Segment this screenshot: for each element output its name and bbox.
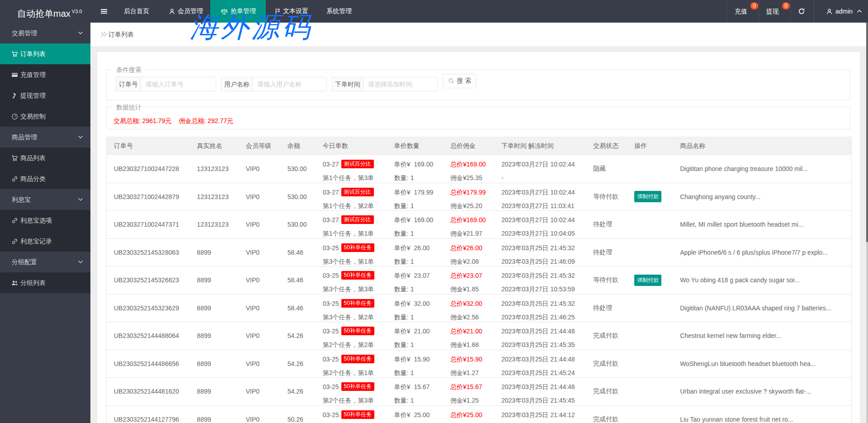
sidebar-section-3[interactable]: 利息宝 [0,189,90,210]
search-button[interactable]: 搜 索 [443,74,476,88]
table-row: UB2303271002442879123123123VIP0530.0003-… [107,183,852,211]
page-scrollbar[interactable] [866,23,868,423]
top-separator [759,0,759,23]
table-row: UB23032521444880648899VIP054.2603-2550补单… [107,322,852,350]
nav-item-label: 后台首页 [124,7,149,15]
cell-order-no: UB2303271002447371 [107,211,190,239]
sidebar-item-交易控制[interactable]: 交易控制 [0,106,90,127]
cell-level: VIP0 [239,266,280,295]
force-pay-button[interactable]: 强制付款 [634,191,661,202]
cell-day-orders: 03-27测试百分比第1个任务，第2单 [316,183,387,211]
recharge-nav[interactable]: 充值0 [735,0,747,23]
cell-total-commission: 总价¥26.00佣金¥2.08 [443,238,494,266]
cell-day-orders: 03-2550补单任务第3个任务，第3单 [316,266,387,295]
cell-day-orders: 03-2550补单任务第2个任务，第3单 [316,378,387,406]
cell-real-name: 8899 [190,405,239,423]
search-field-input[interactable] [253,77,326,91]
cell-action [627,294,673,322]
table-header-row: 订单号真实姓名会员等级余额今日单数单价数量总价佣金下单时间 解冻时间交易状态操作… [107,137,852,155]
cell-day-orders: 03-27测试百分比第1个任务，第3单 [316,155,387,183]
cell-status: 完成付款 [586,322,627,350]
top-separator [814,0,814,23]
sidebar-section-2[interactable]: 商品管理 [0,127,90,147]
cell-balance: 58.46 [280,266,316,295]
cell-product: Liu Tao yunnan stone forest fruit net ro… [673,405,851,423]
table-row: UB23032521453268238899VIP058.4603-2550补单… [107,266,852,295]
column-header: 交易状态 [586,137,627,155]
cell-unit-qty: 单价¥ 23.07数量: 1 [387,266,443,295]
column-header: 会员等级 [239,137,280,155]
nav-item-label: 系统管理 [326,7,352,15]
sidebar-item-商品列表[interactable]: 商品列表 [0,147,90,168]
cell-order-no: UB2303252144486656 [107,350,190,378]
search-field-3: 下单时间 [332,77,438,91]
cell-unit-qty: 单价¥ 15.90数量: 1 [387,350,443,378]
sidebar-item-label: 利息宝选项 [20,217,52,224]
cell-times: 2023年03月25日 21:44:482023年03月25日 21:45:24 [494,350,586,378]
cell-real-name: 123123123 [190,155,239,183]
user-icon [826,8,833,15]
cell-level: VIP0 [239,350,280,378]
menu-toggle-icon[interactable] [101,9,107,14]
sidebar-item-商品分类[interactable]: 商品分类 [0,168,90,189]
cell-order-no: UB2303252145323629 [107,294,190,322]
nav-item-5[interactable]: 系统管理 [326,0,352,23]
stats-legend: 数据统计 [113,103,145,112]
search-field-label: 用户名称 [222,77,253,91]
cart-icon [11,155,18,162]
cell-real-name: 123123123 [190,183,239,211]
force-pay-button[interactable]: 强制付款 [634,275,661,286]
search-field-input[interactable] [141,77,216,91]
sidebar-section-4[interactable]: 分组配置 [0,252,90,272]
sidebar-item-充值管理[interactable]: 充值管理 [0,64,90,85]
admin-menu[interactable]: admin [826,0,863,23]
sidebar-item-利息宝记录[interactable]: 利息宝记录 [0,231,90,252]
cell-unit-qty: 单价¥ 179.99数量: 1 [387,183,443,211]
cell-level: VIP0 [239,322,280,350]
cell-balance: 530.00 [280,211,316,239]
sidebar-section-1[interactable]: 交易管理 [0,23,90,43]
cell-real-name: 123123123 [190,211,239,239]
search-field-input[interactable] [363,77,437,91]
cell-product: Wo Yu obing 418 g pack candy sugar soi..… [673,266,851,295]
cell-order-no: UB2303271002447228 [107,155,190,183]
task-badge: 50补单任务 [341,410,374,419]
sidebar-item-订单列表[interactable]: 订单列表 [0,43,90,64]
table-row: UB2303271002447228123123123VIP0530.0003-… [107,155,852,183]
sidebar-item-label: 订单列表 [20,50,46,57]
cell-product: Apple iPhone6/6 s / 6 plus/splus iPhone7… [673,238,851,266]
cell-order-no: UB2303252145326823 [107,266,190,295]
cell-order-no: UB2303252144127796 [107,405,190,423]
cell-action [627,378,673,406]
cell-status: 完成付款 [586,405,627,423]
cell-product: Digititan (NANFU) LR03AAA shaped ring 7 … [673,294,851,322]
cell-total-commission: 总价¥179.99佣金¥25.20 [443,183,494,211]
nav-item-1[interactable]: 后台首页 [124,0,149,23]
app-version: V3.0 [72,9,82,14]
caret-up-icon [856,9,863,14]
cell-times: 2023年03月25日 21:44:482023年03月25日 21:45:35 [494,322,586,350]
cell-unit-qty: 单价¥ 25.00数量: 1 [387,405,443,423]
cell-level: VIP0 [239,183,280,211]
refresh-icon [798,8,805,15]
cell-day-orders: 03-27测试百分比第1个任务，第1单 [316,211,387,239]
cell-balance: 530.00 [280,183,316,211]
cell-action [627,405,673,423]
column-header: 订单号 [107,137,190,155]
sidebar-item-分组列表[interactable]: 分组列表 [0,272,90,293]
sidebar-item-提现管理[interactable]: 提现管理 [0,85,90,106]
admin-name: admin [835,0,853,23]
cell-balance: 54.26 [280,378,316,406]
cell-unit-qty: 单价¥ 15.67数量: 1 [387,378,443,406]
gauge-icon [11,113,18,120]
cell-total-commission: 总价¥169.00佣金¥21.97 [443,211,494,239]
sidebar-item-利息宝选项[interactable]: 利息宝选项 [0,210,90,231]
link-icon [11,217,18,224]
withdraw-nav[interactable]: 提现0 [766,0,779,23]
refresh-button[interactable] [798,0,805,23]
page-scrollbar-thumb[interactable] [866,23,868,242]
cell-product: Digititan phone charging treasure 10000 … [673,155,851,183]
task-badge: 测试百分比 [341,188,374,196]
search-button-label: 搜 索 [457,77,472,85]
search-field-2: 用户名称 [221,77,327,91]
